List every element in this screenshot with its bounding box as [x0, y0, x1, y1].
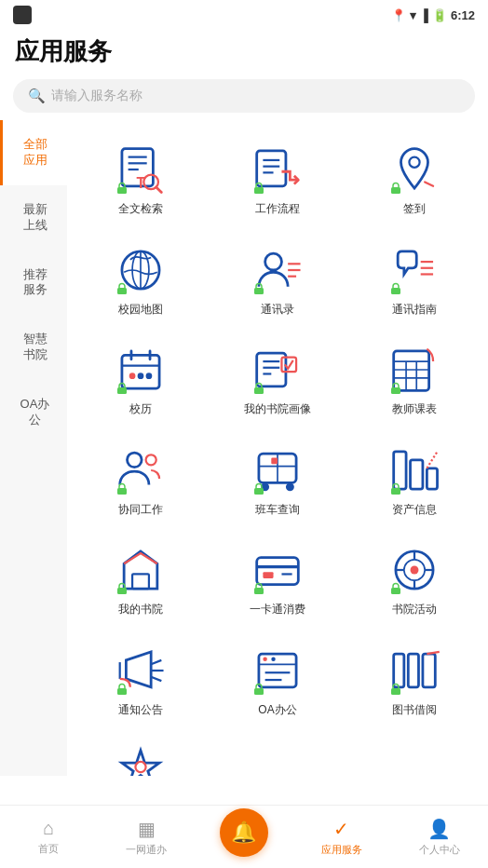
svg-rect-92	[423, 654, 435, 687]
app-item-collab[interactable]: 协同工作	[75, 432, 208, 525]
app-item-fulltext[interactable]: T 全文检索	[75, 131, 208, 224]
app-icon-ecard	[251, 543, 305, 597]
app-icon-activity	[387, 543, 441, 597]
lock-icon	[252, 382, 265, 395]
svg-rect-91	[408, 654, 418, 687]
svg-line-6	[156, 187, 162, 193]
app-icon-busquery	[251, 443, 305, 497]
svg-point-33	[138, 373, 144, 380]
battery-icon: 🔋	[432, 8, 447, 22]
search-bar[interactable]: 🔍 请输入服务名称	[13, 79, 475, 113]
svg-point-96	[136, 762, 146, 772]
nav-item-profile[interactable]: 👤 个人中心	[390, 812, 488, 862]
app-label-ecard: 一卡通消费	[250, 603, 305, 617]
app-label-timetable: 教师课表	[392, 402, 437, 417]
lock-icon	[389, 482, 402, 495]
app-icon-fulltext: T	[114, 142, 168, 197]
app-label-checkin: 签到	[403, 202, 426, 217]
time-display: 6:12	[451, 8, 475, 22]
app-item-contacts[interactable]: 通讯录	[211, 232, 345, 325]
status-right: 📍 ▾ ▐ 🔋 6:12	[391, 8, 475, 22]
nav-item-bell[interactable]: 🔔	[196, 808, 293, 857]
app-label-busquery: 班车查询	[255, 503, 300, 518]
app-item-commsguide[interactable]: 通讯指南	[347, 232, 481, 325]
search-icon: 🔍	[28, 88, 46, 104]
app-item-myacademy[interactable]: 我的书院	[75, 532, 208, 625]
lock-icon	[389, 683, 402, 696]
app-label-campusmap: 校园地图	[118, 303, 163, 318]
wifi-icon: ▾	[410, 8, 416, 22]
svg-rect-61	[427, 468, 437, 489]
svg-rect-7	[117, 187, 127, 194]
nav-item-service[interactable]: ▦ 一网通办	[98, 812, 196, 862]
app-label-collab: 协同工作	[118, 503, 163, 518]
apps-icon: ✓	[333, 818, 349, 840]
content-area: T 全文检索	[67, 120, 488, 776]
svg-rect-41	[254, 387, 264, 394]
svg-rect-89	[254, 688, 264, 695]
svg-rect-14	[391, 187, 400, 194]
page-title: 应用服务	[15, 35, 473, 68]
app-item-bookimage[interactable]: 我的书院画像	[211, 332, 345, 425]
app-item-ecard[interactable]: 一卡通消费	[211, 532, 345, 625]
svg-rect-65	[117, 588, 127, 594]
lock-icon	[252, 182, 265, 195]
svg-point-56	[286, 482, 294, 491]
app-item-checkin[interactable]: 签到	[347, 131, 481, 224]
app-icon-workflow	[251, 142, 305, 197]
lock-icon	[389, 182, 402, 195]
app-icon-todo	[114, 744, 168, 776]
app-label-contacts: 通讯录	[261, 303, 294, 318]
svg-rect-58	[254, 488, 264, 495]
lock-icon	[389, 282, 402, 295]
lock-icon	[252, 582, 265, 595]
app-item-oa[interactable]: OA办公	[211, 632, 345, 726]
bottom-nav: ⌂ 首页 ▦ 一网通办 🔔 ✓ 应用服务 👤 个人中心	[0, 805, 488, 868]
sidebar-item-new[interactable]: 最新上线	[0, 185, 67, 251]
app-item-timetable[interactable]: 教师课表	[347, 332, 481, 425]
app-label-assets: 资产信息	[392, 503, 437, 518]
lock-icon	[389, 382, 402, 395]
bell-button[interactable]: 🔔	[220, 808, 268, 857]
svg-rect-68	[263, 573, 273, 579]
sidebar-item-smart[interactable]: 智慧书院	[0, 315, 67, 380]
svg-line-62	[427, 452, 437, 468]
app-item-activity[interactable]: 书院活动	[347, 532, 481, 625]
sidebar-item-all[interactable]: 全部应用	[0, 120, 67, 185]
app-icon-collab	[114, 443, 168, 497]
page-header: 应用服务	[0, 28, 488, 79]
profile-icon: 👤	[427, 818, 451, 840]
app-item-notice[interactable]: 通知公告	[75, 632, 208, 726]
app-item-assets[interactable]: 资产信息	[347, 432, 481, 525]
app-item-busquery[interactable]: 班车查询	[211, 432, 345, 525]
app-item-library[interactable]: 图书借阅	[347, 632, 481, 726]
svg-line-79	[151, 660, 161, 664]
app-label-commsguide: 通讯指南	[392, 303, 437, 318]
nav-item-apps[interactable]: ✓ 应用服务	[292, 812, 390, 862]
svg-rect-94	[391, 688, 400, 695]
app-item-calendar[interactable]: 校历	[75, 332, 208, 425]
signal-icon: ▐	[420, 8, 428, 22]
sidebar-item-recommended[interactable]: 推荐服务	[0, 251, 67, 316]
app-icon-small	[13, 6, 32, 24]
app-label-workflow: 工作流程	[255, 202, 300, 217]
svg-point-49	[128, 453, 142, 468]
search-placeholder: 请输入服务名称	[51, 88, 142, 104]
app-label-bookimage: 我的书院画像	[244, 402, 311, 417]
svg-point-13	[409, 157, 419, 168]
app-icon-notice	[114, 644, 168, 698]
svg-rect-40	[281, 358, 296, 373]
app-item-campusmap[interactable]: 校园地图	[75, 232, 208, 325]
nav-label-apps: 应用服务	[321, 843, 362, 857]
sidebar-item-oa[interactable]: OA办公	[0, 380, 67, 445]
app-label-activity: 书院活动	[392, 603, 437, 617]
app-icon-commsguide	[387, 243, 441, 297]
nav-label-profile: 个人中心	[419, 843, 460, 857]
svg-rect-18	[117, 288, 127, 294]
svg-rect-12	[254, 187, 264, 194]
lock-icon	[252, 482, 265, 495]
nav-item-home[interactable]: ⌂ 首页	[0, 812, 98, 861]
app-item-workflow[interactable]: 工作流程	[211, 131, 345, 224]
bell-icon: 🔔	[231, 821, 256, 845]
app-item-todo[interactable]: 知楼·社咖	[75, 733, 208, 776]
